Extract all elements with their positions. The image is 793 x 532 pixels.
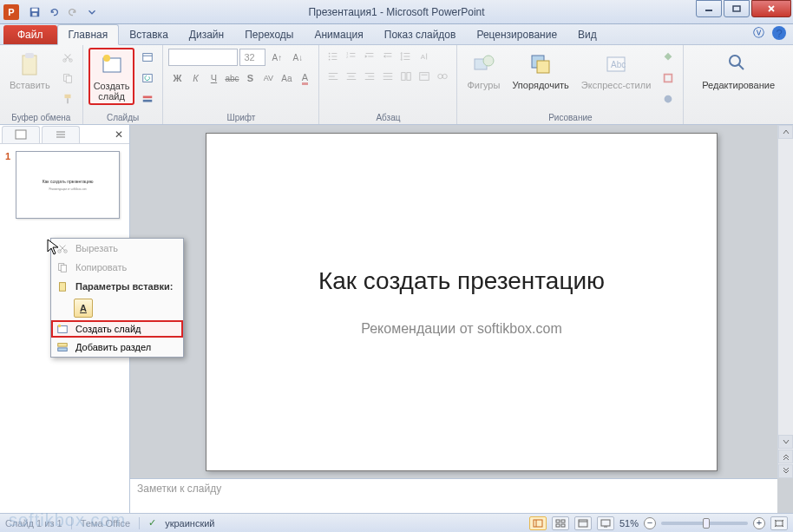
bullets-button[interactable] [324, 48, 342, 65]
format-painter-button[interactable] [58, 89, 77, 108]
layout-button[interactable] [138, 48, 157, 67]
strike-button[interactable]: abc [223, 69, 240, 87]
status-language[interactable]: украинский [165, 518, 214, 529]
redo-button[interactable] [64, 3, 82, 21]
char-spacing-button[interactable]: AV [259, 69, 277, 87]
font-family-combo[interactable] [168, 49, 238, 66]
italic-button[interactable]: К [187, 69, 204, 87]
tab-design[interactable]: Дизайн [179, 25, 234, 44]
help-icon[interactable]: ? [772, 26, 786, 40]
cm-add-section[interactable]: Добавить раздел [51, 338, 183, 357]
group-label-paragraph: Абзац [324, 112, 451, 124]
thumbnail-area[interactable]: 1 Как создать презентацию Рекомендации о… [0, 144, 129, 226]
paste-keep-formatting-button[interactable]: A [74, 299, 93, 318]
context-menu: Вырезать Копировать Параметры вставки: A… [50, 238, 184, 358]
change-case-button[interactable]: Aa [278, 69, 295, 87]
tab-home[interactable]: Главная [57, 24, 120, 45]
align-center-button[interactable] [343, 68, 360, 85]
align-right-button[interactable] [361, 68, 378, 85]
zoom-in-button[interactable]: + [753, 517, 765, 529]
grow-font-button[interactable]: A↑ [267, 48, 286, 67]
shape-effects-button[interactable] [659, 89, 678, 108]
slides-tab-icon[interactable] [2, 126, 40, 143]
slide-thumbnail[interactable]: Как создать презентацию Рекомендации от … [16, 151, 120, 219]
smartart-button[interactable] [434, 68, 451, 85]
section-button[interactable] [138, 89, 157, 108]
paste-button[interactable]: Вставить [5, 48, 55, 93]
file-tab[interactable]: Файл [3, 25, 57, 44]
tab-review[interactable]: Рецензирование [466, 25, 567, 44]
normal-view-button[interactable] [529, 516, 547, 530]
minimize-button[interactable] [696, 0, 722, 17]
tab-transitions[interactable]: Переходы [234, 25, 304, 44]
reading-view-button[interactable] [574, 516, 592, 530]
cm-paste-options-label: Параметры вставки: [75, 281, 173, 292]
group-label-clipboard: Буфер обмена [5, 112, 77, 124]
align-text-button[interactable] [416, 68, 433, 85]
arrange-label: Упорядочить [512, 80, 568, 90]
undo-button[interactable] [45, 3, 62, 21]
zoom-slider[interactable] [661, 522, 748, 525]
columns-button[interactable] [397, 68, 415, 85]
shape-outline-button[interactable] [659, 69, 678, 88]
svg-rect-50 [407, 73, 410, 81]
tab-view[interactable]: Вид [567, 25, 607, 44]
sorter-view-button[interactable] [552, 516, 569, 530]
shape-fill-button[interactable] [659, 48, 678, 67]
underline-button[interactable]: Ч [205, 69, 222, 87]
scroll-up-button[interactable] [778, 125, 793, 139]
shrink-font-button[interactable]: A↓ [288, 48, 307, 67]
minimize-ribbon-icon[interactable]: ⓥ [751, 26, 765, 40]
justify-button[interactable] [379, 68, 396, 85]
bold-button[interactable]: Ж [168, 69, 186, 87]
fit-to-window-button[interactable] [770, 516, 788, 530]
scroll-down-button[interactable] [778, 435, 793, 449]
align-left-button[interactable] [324, 68, 342, 85]
slide-subtitle[interactable]: Рекомендации от softikbox.com [361, 321, 562, 337]
maximize-button[interactable] [724, 0, 750, 17]
font-size-combo[interactable]: 32 [239, 49, 265, 66]
svg-line-64 [738, 64, 744, 69]
numbering-button[interactable]: 12 [343, 48, 360, 65]
vertical-scrollbar[interactable] [777, 125, 793, 478]
editing-button[interactable]: Редактирование [698, 48, 779, 93]
copy-button[interactable] [58, 69, 77, 88]
cm-cut[interactable]: Вырезать [51, 239, 183, 258]
reset-button[interactable] [138, 69, 157, 88]
tab-slideshow[interactable]: Показ слайдов [374, 25, 467, 44]
slide-title[interactable]: Как создать презентацию [318, 267, 605, 295]
zoom-level[interactable]: 51% [619, 518, 639, 529]
spellcheck-icon[interactable]: ✓ [148, 517, 156, 529]
slide-canvas[interactable]: Как создать презентацию Рекомендации от … [130, 125, 793, 478]
cut-button[interactable] [58, 48, 77, 67]
next-slide-button[interactable] [778, 464, 793, 478]
notes-pane[interactable]: Заметки к слайду [130, 478, 777, 513]
cursor-icon [47, 239, 61, 256]
quick-styles-button[interactable]: Abc Экспресс-стили [577, 48, 655, 93]
slide[interactable]: Как создать презентацию Рекомендации от … [206, 133, 718, 471]
cm-copy[interactable]: Копировать [51, 258, 183, 277]
shadow-button[interactable]: S [241, 69, 259, 87]
font-color-button[interactable]: A [296, 69, 313, 87]
cm-add-section-label: Добавить раздел [75, 342, 151, 352]
shapes-button[interactable]: Фигуры [462, 48, 504, 93]
prev-slide-button[interactable] [778, 450, 793, 463]
close-button[interactable] [751, 0, 791, 17]
tab-animations[interactable]: Анимация [304, 25, 373, 44]
panel-close-button[interactable]: ✕ [112, 128, 126, 141]
cm-new-slide[interactable]: Создать слайд [51, 320, 183, 338]
outline-tab-icon[interactable] [42, 126, 80, 143]
text-direction-button[interactable]: A [416, 48, 433, 65]
tab-insert[interactable]: Вставка [119, 25, 179, 44]
line-spacing-button[interactable] [397, 48, 415, 65]
new-slide-button[interactable]: Создать слайд [88, 48, 135, 105]
save-button[interactable] [26, 3, 43, 21]
svg-rect-10 [66, 76, 71, 82]
zoom-slider-thumb[interactable] [703, 518, 710, 529]
decrease-indent-button[interactable] [361, 48, 378, 65]
slideshow-view-button[interactable] [597, 516, 614, 530]
zoom-out-button[interactable]: − [644, 517, 656, 529]
qat-customize[interactable] [83, 3, 101, 21]
arrange-button[interactable]: Упорядочить [508, 48, 573, 93]
increase-indent-button[interactable] [379, 48, 396, 65]
